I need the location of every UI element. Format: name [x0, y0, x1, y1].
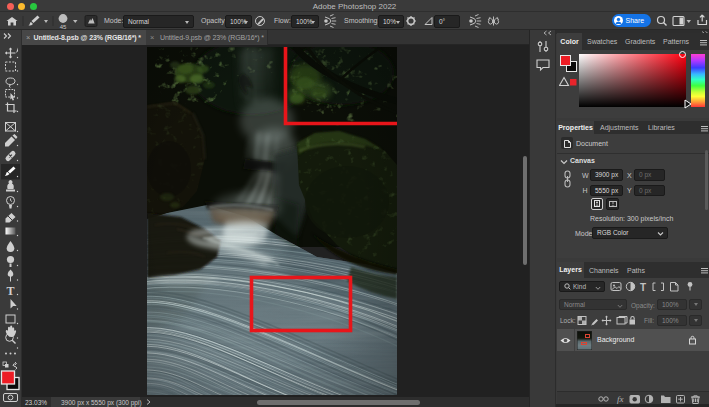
svg-text:45: 45: [60, 24, 67, 30]
svg-text:fx: fx: [617, 394, 624, 404]
svg-text:T: T: [640, 282, 646, 293]
svg-text:T: T: [6, 284, 14, 298]
